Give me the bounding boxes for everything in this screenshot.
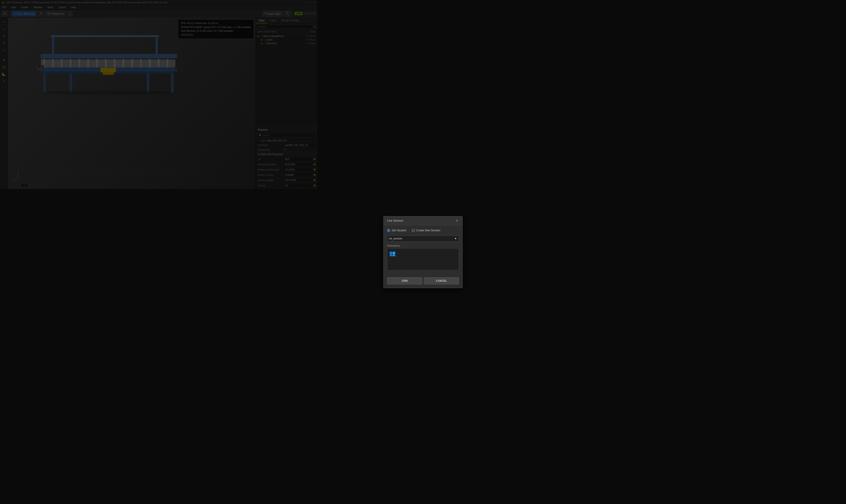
modal-overlay: Live Session ✕ Join Session Create New S… — [0, 0, 317, 189]
